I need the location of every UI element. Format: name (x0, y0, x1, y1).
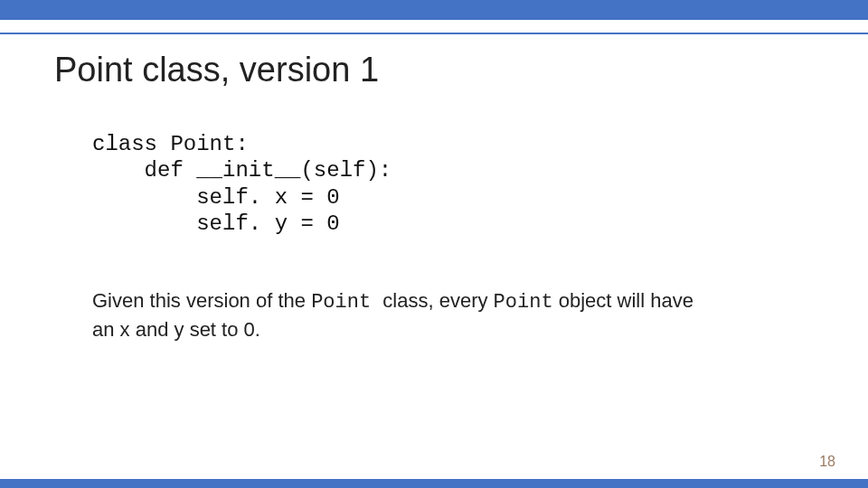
desc-text-2: class, every (382, 289, 493, 312)
desc-code-point-1: Point (311, 291, 382, 314)
slide-title: Point class, version 1 (54, 51, 814, 89)
bottom-accent-bar (0, 479, 868, 488)
top-accent-bar (0, 0, 868, 20)
desc-text-3: object will have (553, 289, 693, 312)
page-number: 18 (819, 454, 835, 470)
desc-code-point-2: Point (494, 291, 553, 314)
desc-text-4: an x and y set to 0. (92, 318, 260, 341)
description-text: Given this version of the Point class, e… (92, 287, 814, 343)
slide-content: Point class, version 1 class Point: def … (0, 34, 868, 343)
code-block: class Point: def __init__(self): self. x… (92, 131, 814, 237)
desc-text-1: Given this version of the (92, 289, 311, 312)
